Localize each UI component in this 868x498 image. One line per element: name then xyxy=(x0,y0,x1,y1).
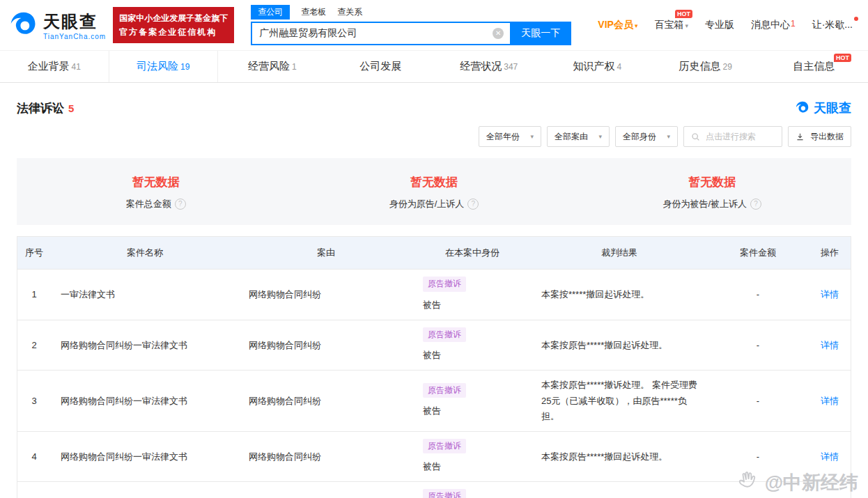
section-tab[interactable]: 企业背景41 xyxy=(0,51,109,82)
search-input-wrap: ✕ xyxy=(251,22,510,45)
section-tab-label: 企业背景 xyxy=(28,60,70,72)
tianyancha-logo-icon xyxy=(795,100,810,116)
section-tab-count: 347 xyxy=(504,62,518,72)
header-menu-item[interactable]: 让·米歇... xyxy=(812,19,853,31)
table-search-placeholder: 点击进行搜索 xyxy=(706,131,756,143)
brand-name: 天眼查 xyxy=(43,10,106,33)
cell-result: 本案按原告*****撤回起诉处理。 xyxy=(532,320,707,371)
section-tab[interactable]: 历史信息29 xyxy=(651,51,760,82)
table-row: 1 一审法律文书 网络购物合同纠纷 原告撤诉 被告 本案按*****撤回起诉处理… xyxy=(17,270,851,320)
section-title: 法律诉讼 xyxy=(17,102,64,115)
table-row: 3 网络购物合同纠纷一审法律文书 网络购物合同纠纷 原告撤诉 被告 本案按原告*… xyxy=(17,371,851,431)
cell-no: 1 xyxy=(17,270,51,320)
header-menu-item[interactable]: VIP会员▾ xyxy=(598,19,637,31)
tianyancha-logo[interactable]: 天眼查 TianYanCha.com xyxy=(8,10,106,40)
cell-no: 3 xyxy=(17,371,51,430)
menu-item-label: 消息中心 xyxy=(751,19,790,30)
export-label: 导出数据 xyxy=(810,131,844,143)
cell-amount: - xyxy=(707,371,809,430)
cell-no: 2 xyxy=(17,320,51,371)
detail-link[interactable]: 详情 xyxy=(821,287,839,302)
header-menu-item[interactable]: 专业版 xyxy=(705,19,734,31)
export-data-button[interactable]: 导出数据 xyxy=(788,126,851,147)
main-content: 法律诉讼5 天眼查 全部年份 ▾ 全部案由 ▾ 全部身份 ▾ 点击进行搜索 xyxy=(0,100,868,498)
header-menu-item[interactable]: 消息中心1 xyxy=(751,19,796,31)
table-search-box[interactable]: 点击进行搜索 xyxy=(683,126,782,147)
search-type-tab[interactable]: 查老板 xyxy=(301,5,326,20)
stat-value: 暂无数据 xyxy=(573,174,851,190)
cell-action: 详情 xyxy=(809,270,851,320)
stat-label: 身份为原告/上诉人 xyxy=(389,198,465,210)
search-type-tabs: 查公司 查老板 查关系 xyxy=(251,5,571,20)
cell-no: 4 xyxy=(17,432,51,482)
detail-link[interactable]: 详情 xyxy=(821,394,839,409)
cell-amount: - xyxy=(707,270,809,320)
cell-action: 详情 xyxy=(809,371,851,430)
identity-text: 被告 xyxy=(423,459,441,474)
cell-identity: 原告撤诉 被告 xyxy=(413,482,532,498)
help-icon[interactable]: ? xyxy=(175,199,186,210)
brand-watermark: 天眼查 xyxy=(795,100,851,116)
detail-link[interactable]: 详情 xyxy=(821,449,839,465)
cell-identity: 原告撤诉 被告 xyxy=(413,432,532,482)
section-tab-label: 知识产权 xyxy=(573,60,614,72)
cell-result: 本案按原告*****撤诉处理。 案件受理费25元（已减半收取），由原告*****… xyxy=(532,371,707,430)
menu-item-label: 让·米歇... xyxy=(812,19,853,30)
status-badge: 原告撤诉 xyxy=(423,327,466,343)
section-tab[interactable]: 司法风险19 xyxy=(109,51,219,82)
cause-filter-dropdown[interactable]: 全部案由 ▾ xyxy=(547,126,610,147)
search-type-tab[interactable]: 查公司 xyxy=(251,5,290,20)
cell-cause: 网络购物合同纠纷 xyxy=(239,320,413,371)
notification-count-badge: 1 xyxy=(791,19,796,29)
lawsuit-table: 序号 案件名称 案由 在本案中身份 裁判结果 案件金额 操作 1 一审法律文书 … xyxy=(17,236,851,498)
search-row: ✕ 天眼一下 xyxy=(251,22,571,45)
cell-cause: 网络购物合同纠纷 xyxy=(239,270,413,320)
section-tab[interactable]: 公司发展 xyxy=(327,51,435,82)
hot-badge: HOT xyxy=(675,10,692,18)
download-icon xyxy=(796,132,805,141)
cell-identity: 原告撤诉 被告 xyxy=(413,320,532,371)
section-tab-label: 自主信息 xyxy=(793,60,835,72)
table-header-row: 序号 案件名称 案由 在本案中身份 裁判结果 案件金额 操作 xyxy=(17,237,851,270)
chevron-down-icon: ▾ xyxy=(667,133,670,140)
section-tab-count: 29 xyxy=(723,62,732,72)
section-tab-label: 历史信息 xyxy=(679,60,721,72)
col-header-identity: 在本案中身份 xyxy=(413,237,532,269)
cell-identity: 原告撤诉 被告 xyxy=(413,270,532,320)
clear-input-icon[interactable]: ✕ xyxy=(493,28,504,39)
logo-text: 天眼查 TianYanCha.com xyxy=(43,10,106,40)
search-button[interactable]: 天眼一下 xyxy=(510,22,571,45)
identity-text: 被告 xyxy=(423,297,441,313)
header-menu-item[interactable]: 百宝箱▾ HOT xyxy=(654,19,688,31)
cell-result: 本案按原告*****撤回起诉处理。 xyxy=(532,482,707,498)
cell-amount: - xyxy=(707,320,809,371)
section-tab[interactable]: 自主信息 HOT xyxy=(760,51,868,82)
section-count: 5 xyxy=(68,102,74,114)
year-filter-dropdown[interactable]: 全部年份 ▾ xyxy=(479,126,541,147)
status-badge: 原告撤诉 xyxy=(423,439,466,454)
col-header-result: 裁判结果 xyxy=(532,237,707,269)
detail-link[interactable]: 详情 xyxy=(821,338,839,353)
cell-result: 本案按*****撤回起诉处理。 xyxy=(532,270,707,320)
help-icon[interactable]: ? xyxy=(750,199,761,210)
cell-cause: 网络购物合同纠纷 xyxy=(239,432,413,482)
cause-filter-label: 全部案由 xyxy=(555,131,588,143)
cell-cause: 网络购物合同纠纷 xyxy=(239,482,413,498)
help-icon[interactable]: ? xyxy=(467,199,479,210)
cell-no: 5 xyxy=(17,482,51,498)
section-tab-count: 41 xyxy=(72,62,81,72)
search-type-tab[interactable]: 查关系 xyxy=(337,5,362,20)
company-search-input[interactable] xyxy=(251,22,510,45)
stat-label-wrap: 身份为被告/被上诉人 ? xyxy=(573,198,851,210)
cell-case-name: 网络购物合同纠纷一审法律文书 xyxy=(51,371,239,430)
col-header-no: 序号 xyxy=(17,237,51,269)
table-row: 4 网络购物合同纠纷一审法律文书 网络购物合同纠纷 原告撤诉 被告 本案按原告*… xyxy=(17,432,851,483)
section-tab-label: 司法风险 xyxy=(137,60,178,72)
section-tab[interactable]: 知识产权4 xyxy=(543,51,652,82)
identity-filter-dropdown[interactable]: 全部身份 ▾ xyxy=(615,126,678,147)
section-tab[interactable]: 经营状况347 xyxy=(435,51,543,82)
cell-result: 本案按原告*****撤回起诉处理。 xyxy=(532,432,707,482)
tianyancha-logo-icon xyxy=(8,10,39,40)
section-tab[interactable]: 经营风险1 xyxy=(218,51,327,82)
cell-case-name: 网络购物合同纠纷一审法律文书 xyxy=(51,482,239,498)
